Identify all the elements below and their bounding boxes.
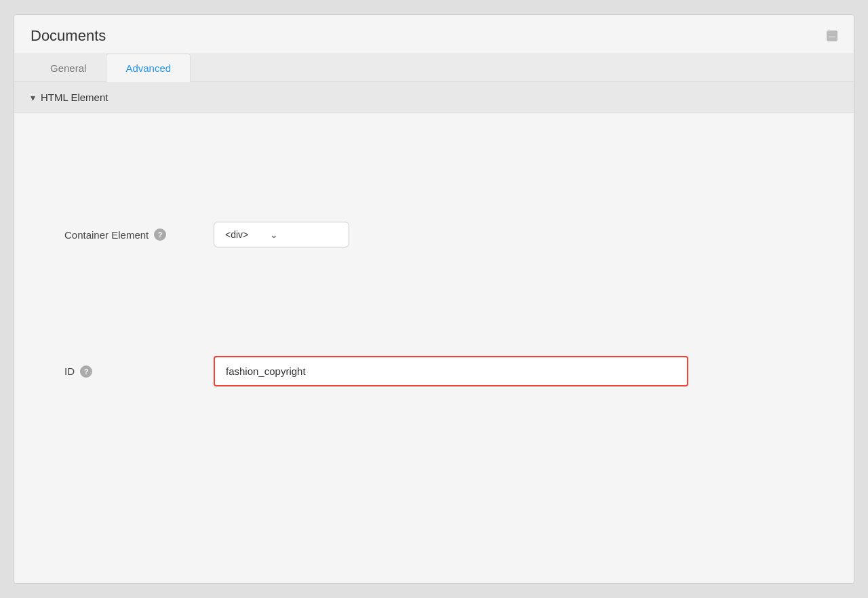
id-row: ID ? — [31, 356, 837, 386]
content-area: Container Element ? <div> ⌄ ID — [14, 113, 854, 583]
titlebar: Documents — — [14, 15, 854, 53]
window-controls: — — [827, 31, 837, 41]
id-label: ID ? — [64, 365, 214, 378]
minimize-button[interactable]: — — [827, 31, 837, 41]
id-control — [214, 356, 688, 386]
id-input[interactable] — [214, 356, 688, 386]
container-element-control: <div> ⌄ — [214, 222, 688, 247]
id-help-icon[interactable]: ? — [80, 365, 92, 378]
select-value: <div> — [225, 229, 248, 240]
tab-general[interactable]: General — [31, 54, 106, 82]
window-title: Documents — [31, 27, 106, 45]
tabs-bar: General Advanced — [14, 53, 854, 82]
minimize-icon: — — [829, 33, 835, 40]
main-window: Documents — General Advanced ▾ HTML Elem… — [14, 14, 854, 584]
container-element-label: Container Element ? — [64, 228, 214, 241]
section-header[interactable]: ▾ HTML Element — [14, 82, 854, 113]
container-element-row: Container Element ? <div> ⌄ — [31, 222, 837, 247]
chevron-down-icon: ⌄ — [270, 229, 278, 240]
top-spacer — [31, 140, 837, 222]
tab-advanced[interactable]: Advanced — [106, 54, 191, 82]
section-title: HTML Element — [41, 92, 108, 103]
chevron-icon: ▾ — [31, 92, 35, 103]
mid-spacer — [31, 275, 837, 356]
form-section: Container Element ? <div> ⌄ ID — [14, 113, 854, 441]
container-element-help-icon[interactable]: ? — [154, 228, 166, 241]
container-element-select[interactable]: <div> ⌄ — [214, 222, 349, 247]
